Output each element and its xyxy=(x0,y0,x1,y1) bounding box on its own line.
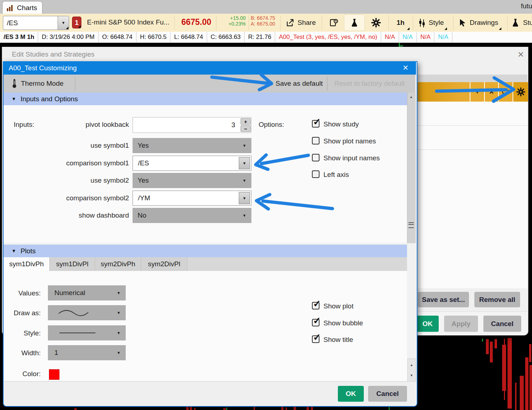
decrement-button[interactable]: − xyxy=(241,125,251,132)
ok-button[interactable]: OK xyxy=(338,386,364,402)
notes-icon xyxy=(329,18,339,27)
chevron-down-icon: ▼ xyxy=(117,351,121,355)
use-symbol1-select[interactable]: Yes ▼ xyxy=(133,138,251,153)
show-title-checkbox[interactable]: ✓ xyxy=(312,335,319,343)
open-value: O: 6648.74 xyxy=(99,32,137,43)
show-plot-names-checkbox[interactable]: ✓ xyxy=(312,137,319,144)
pivot-lookback-input[interactable]: 3 xyxy=(133,117,251,133)
show-dashboard-select[interactable]: No ▼ xyxy=(133,208,251,223)
save-as-set-button[interactable]: Save as set... xyxy=(418,292,469,307)
tab-charts-label: Charts xyxy=(17,4,37,12)
cancel-button[interactable]: Cancel xyxy=(368,386,407,402)
studies-flask-button[interactable] xyxy=(344,14,365,31)
line-style-select[interactable]: ▼ xyxy=(48,325,126,340)
plot-tabs: sym1DivPh sym1DivPl sym2DivPh sym2DivPl xyxy=(4,257,407,271)
line-width-select[interactable]: 1 ▼ xyxy=(48,345,126,360)
increment-button[interactable]: + xyxy=(241,118,251,125)
dialog-scrollbar[interactable] xyxy=(407,93,416,243)
show-study-checkbox[interactable]: ✓ xyxy=(312,120,319,128)
divider xyxy=(507,15,508,30)
tab-sym1divpl[interactable]: sym1DivPl xyxy=(50,257,95,271)
check-icon: ✓ xyxy=(313,332,321,343)
tab-sym2divph[interactable]: sym2DivPh xyxy=(95,257,141,271)
selected-study-row[interactable]: ▼ ✕ xyxy=(416,82,527,102)
checkbox-label: Left axis xyxy=(323,171,349,179)
alert-badge[interactable]: 1 xyxy=(72,17,81,28)
edit-studies-apply-button[interactable]: Apply xyxy=(444,316,478,332)
tab-sym2divpl[interactable]: sym2DivPl xyxy=(141,257,187,271)
divider xyxy=(327,76,327,91)
scroll-up-button[interactable]: ▲ xyxy=(407,93,415,101)
solid-line-icon xyxy=(59,333,95,333)
symbol-input[interactable]: /ES ▼ xyxy=(3,16,69,30)
last-price: 6675.00 xyxy=(177,17,215,27)
chevron-down-icon: ▼ xyxy=(242,196,246,200)
draw-as-label: Draw as: xyxy=(0,309,41,317)
dropdown-button[interactable]: ▼ xyxy=(239,192,250,204)
study-move-button[interactable]: ▼ xyxy=(470,82,484,102)
drawings-button[interactable]: Drawings xyxy=(458,15,502,30)
field-label: pivot lookback xyxy=(43,121,129,129)
check-icon: ✓ xyxy=(313,116,321,128)
use-symbol2-select[interactable]: Yes ▼ xyxy=(133,173,251,188)
notes-button[interactable] xyxy=(326,15,341,30)
values-select[interactable]: Numerical ▼ xyxy=(48,285,126,300)
edit-studies-cancel-button[interactable]: Cancel xyxy=(483,316,521,332)
checkbox-label: Show bubble xyxy=(323,319,363,327)
study-settings-button[interactable] xyxy=(513,82,528,102)
style-button[interactable]: Style xyxy=(418,15,447,30)
section-inputs-and-options[interactable]: ▼ Inputs and Options xyxy=(4,93,407,105)
save-as-default-button[interactable]: Save as default xyxy=(276,75,323,93)
divider xyxy=(322,15,322,30)
remove-all-button[interactable]: Remove all xyxy=(474,292,520,307)
scroll-down-button[interactable]: ▼ xyxy=(407,372,416,379)
section-plots[interactable]: ▼ Plots xyxy=(4,245,407,257)
comparison-symbol2-combo[interactable]: /YM ▼ xyxy=(133,191,251,206)
show-input-names-checkbox[interactable]: ✓ xyxy=(312,154,319,161)
chevron-down-icon: ▼ xyxy=(117,291,121,295)
scroll-up-button[interactable]: ▲ xyxy=(407,361,416,369)
interval-button[interactable]: 1h xyxy=(391,15,410,30)
left-axis-checkbox[interactable]: ✓ xyxy=(312,170,319,178)
show-plot-checkbox[interactable]: ✓ xyxy=(312,302,319,309)
share-button[interactable]: Share xyxy=(285,15,316,30)
bid-ask: B: 6674.75 A: 6675.00 xyxy=(251,15,282,27)
color-swatch[interactable] xyxy=(49,369,59,380)
comparison-symbol1-combo[interactable]: /ES ▼ xyxy=(133,156,251,171)
symbol-dropdown-button[interactable]: ▼ xyxy=(58,16,69,30)
dialog-titlebar[interactable]: A00_Test Customizing xyxy=(3,61,416,75)
high-value: H: 6670.5 xyxy=(137,32,171,43)
gear-icon xyxy=(516,87,526,97)
close-icon[interactable]: ✕ xyxy=(516,50,526,59)
style-label: Style: xyxy=(0,329,41,337)
checkbox-label: Show input names xyxy=(323,154,380,162)
instrument-name: E-mini S&P 500 Index Fu... xyxy=(86,18,171,26)
status-row: /ES 3 M 1h D: 3/19/26 4:00 PM O: 6648.74… xyxy=(0,32,532,43)
field-label: use symbol2 xyxy=(43,177,129,184)
show-bubble-checkbox[interactable]: ✓ xyxy=(312,319,319,326)
field-label: comparison symbol1 xyxy=(43,159,129,167)
divider xyxy=(413,15,413,30)
field-label: comparison symbol2 xyxy=(43,194,129,202)
reset-factory-default-button[interactable]: Reset to factory default xyxy=(334,75,404,93)
divider xyxy=(453,15,453,30)
options-label: Options: xyxy=(259,121,284,129)
inputs-label: Inputs: xyxy=(14,121,34,129)
thermo-mode-button[interactable]: Thermo Mode xyxy=(12,75,63,93)
cursor-icon xyxy=(458,18,467,27)
study-remove-button[interactable]: ✕ xyxy=(484,82,498,102)
settings-button[interactable] xyxy=(368,15,384,30)
draw-as-select[interactable]: ▼ xyxy=(48,305,126,320)
study-visibility-button[interactable] xyxy=(498,82,513,102)
chevron-down-icon: ▼ xyxy=(242,144,246,148)
tab-sym1divph[interactable]: sym1DivPh xyxy=(4,257,50,271)
scrollbar-grip-icon[interactable] xyxy=(408,222,414,228)
edit-studies-ok-button[interactable]: OK xyxy=(416,316,439,332)
tab-charts[interactable]: Charts xyxy=(2,1,43,14)
range-value: R: 21.76 xyxy=(245,32,275,43)
close-icon[interactable]: ✕ xyxy=(401,63,411,73)
gear-icon xyxy=(371,18,381,28)
dropdown-button[interactable]: ▼ xyxy=(239,157,250,169)
studies-button[interactable]: Stu xyxy=(511,15,532,30)
wave-line-icon xyxy=(57,309,90,317)
